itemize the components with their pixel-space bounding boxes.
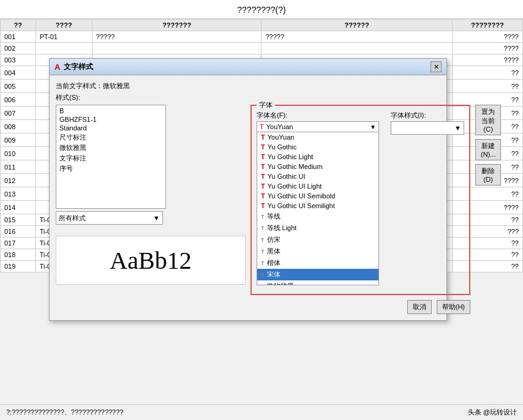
col-header-3: ??????? [92,20,262,31]
col-header-4: ?????? [262,20,452,31]
font-item-youyuan[interactable]: T YouYuan [257,132,378,142]
set-current-button[interactable]: 置为当前(C) [475,105,501,135]
style-item[interactable]: GBHZFS1-1 [58,115,164,124]
font-icon-t: T [261,182,265,190]
font-icon-t: T [261,202,265,209]
current-style-label: 当前文字样式：微软雅黑 [56,81,440,91]
dialog-action-buttons: 置为当前(C) 新建(N)... 删除(D) [475,105,501,314]
font-item-yu-gothic-medium[interactable]: T Yu Gothic Medium [257,162,378,171]
font-icon-t: T [261,192,265,200]
new-button[interactable]: 新建(N)... [475,139,501,160]
font-item-fangsong[interactable]: T 仿宋 [257,234,378,246]
font-style-arrow-icon: ▼ [454,124,461,132]
footer-text: ?:??????????????、?????????????? [6,408,123,417]
font-icon-t: T [261,143,265,151]
style-item[interactable]: B [58,107,164,115]
close-button[interactable]: ✕ [431,61,442,72]
text-style-dialog: A 文字样式 ✕ 当前文字样式：微软雅黑 样式(S): B GBHZFS1-1 … [49,58,447,321]
font-name-container: T YouYuan ▼ T YouYuan [257,121,382,285]
font-name-value: YouYuan [266,123,293,130]
style-list[interactable]: B GBHZFS1-1 Standard 尺寸标注 微软雅黑 文字标注 序号 [56,105,166,209]
style-item[interactable]: 尺寸标注 [58,132,164,143]
dialog-titlebar: A 文字样式 ✕ [50,59,446,75]
all-styles-label: 所有样式 [59,214,86,223]
font-name-label: 字体名(F): [257,111,382,120]
font-name-select[interactable]: T YouYuan ▼ [257,121,379,132]
font-item-yu-gothic-ui-semilight[interactable]: T Yu Gothic UI Semilight [257,201,378,211]
all-styles-dropdown[interactable]: 所有样式 ▼ [56,211,163,225]
help-button[interactable]: 帮助(H) [437,300,470,314]
font-icon-t: T [261,173,265,180]
font-icon-t: T [261,153,265,160]
font-item-yu-gothic-ui-light[interactable]: T Yu Gothic UI Light [257,181,378,191]
font-item-yu-gothic-light[interactable]: T Yu Gothic Light [257,152,378,162]
font-item-yu-gothic-ui[interactable]: T Yu Gothic UI [257,171,378,181]
col-header-1: ?? [1,20,36,31]
font-icon-t-alt: T [261,283,265,286]
font-icon-t-alt: T [261,225,265,231]
font-style-label: 字体样式(I): [391,111,464,120]
page-title: ????????(?) [0,0,523,19]
font-icon-t-alt: T [261,260,265,266]
font-type-icon: T [260,123,264,130]
font-dropdown-arrow-icon: ▼ [370,124,376,130]
font-dropdown[interactable]: T YouYuan T Yu Gothic T [257,132,379,285]
font-item-kaiti[interactable]: T 楷体 [257,257,378,269]
font-section: 字体 字体名(F): T YouYuan [250,105,470,295]
font-item-dengxian[interactable]: T 等线 [257,211,378,222]
delete-button[interactable]: 删除(D) [475,164,501,186]
footer-brand: 头条 @玩转设计 [468,408,517,417]
dialog-icon: A [55,62,60,72]
font-item-heiti[interactable]: T 黑体 [257,246,378,257]
style-item[interactable]: 序号 [58,163,164,174]
font-style-select[interactable]: ▼ [391,121,464,135]
font-icon-t: T [261,163,265,170]
style-item[interactable]: 文字标注 [58,153,164,163]
footer: ?:??????????????、?????????????? 头条 @玩转设计 [0,404,523,420]
style-item[interactable]: Standard [58,124,164,132]
col-header-5: ???????? [452,20,522,31]
col-header-2: ???? [36,20,92,31]
font-item-weiruan-yahei[interactable]: T 微软雅黑 [257,280,378,285]
dropdown-arrow-icon: ▼ [153,214,160,222]
table-row: 002???? [1,43,523,54]
font-icon-t-alt: T [261,272,265,278]
font-icon-t-alt: T [261,237,265,243]
font-icon-t: T [261,133,265,141]
dialog-title: 文字样式 [64,62,93,72]
font-icon-t-alt: T [261,249,265,255]
cancel-button[interactable]: 取消 [407,300,432,314]
font-item-yu-gothic[interactable]: T Yu Gothic [257,142,378,152]
font-icon-t-alt: T [261,214,265,220]
styles-label: 样式(S): [56,93,440,102]
table-row: 001 PT-01 ????? ????? ???? [1,31,523,43]
font-preview: AaBb12 [56,236,246,285]
style-item[interactable]: 微软雅黑 [58,143,164,153]
font-item-yu-gothic-ui-semibold[interactable]: T Yu Gothic UI Semibold [257,191,378,201]
font-section-title: 字体 [257,100,275,110]
font-item-dengxian-light[interactable]: T 等线 Light [257,222,378,234]
font-item-songti[interactable]: T 宋体 [257,269,378,280]
